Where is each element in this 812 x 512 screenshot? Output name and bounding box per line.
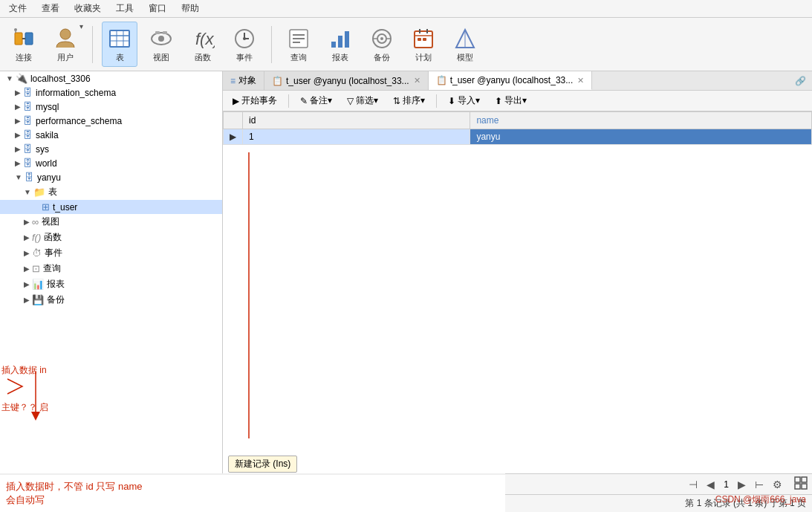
event-icon: [231, 25, 258, 52]
svg-point-14: [158, 36, 164, 42]
svg-rect-39: [423, 38, 426, 41]
functions-icon: f(): [32, 232, 41, 243]
connect-icon: [10, 25, 37, 52]
menu-help[interactable]: 帮助: [178, 1, 202, 16]
db-icon-7: 🗄: [25, 172, 34, 183]
cell-name[interactable]: yanyu: [470, 129, 812, 145]
svg-rect-44: [802, 477, 807, 482]
toolbar-divider-2: [271, 26, 272, 63]
sidebar-category-reports[interactable]: ▶ 📊 报表: [0, 276, 222, 292]
new-record-tooltip: 新建记录 (Ins): [228, 456, 297, 473]
col-name[interactable]: name: [470, 112, 812, 129]
menu-favorites[interactable]: 收藏夹: [71, 1, 104, 16]
connect-label: 连接: [16, 52, 32, 63]
menu-tools[interactable]: 工具: [113, 1, 137, 16]
table-label: 表: [116, 52, 124, 63]
sidebar-category-events[interactable]: ▶ ⏱ 事件: [0, 245, 222, 261]
sidebar-db-performance_schema[interactable]: ▶ 🗄 performance_schema: [0, 114, 222, 128]
cell-id[interactable]: 1: [243, 129, 470, 145]
sidebar-db-sakila[interactable]: ▶ 🗄 sakila: [0, 128, 222, 142]
menubar: 文件 查看 收藏夹 工具 窗口 帮助: [0, 0, 812, 18]
menu-view[interactable]: 查看: [39, 1, 62, 16]
toolbar2-div-2: [436, 94, 437, 108]
svg-point-7: [60, 29, 71, 39]
tab1-icon: 📋: [272, 76, 283, 86]
backup-label: 备份: [374, 52, 390, 63]
svg-rect-3: [25, 33, 33, 45]
toolbar-user[interactable]: 用户: [48, 22, 83, 66]
import-btn[interactable]: ⬇ 导入▾: [443, 92, 485, 109]
sidebar-category-tables[interactable]: ▼ 📁 表: [0, 184, 222, 200]
main-container: ▼ 🔌 localhost_3306 ▶ 🗄 information_schem…: [0, 71, 812, 512]
begin-transaction-btn[interactable]: ▶ 开始事务: [227, 92, 282, 109]
table-row[interactable]: ▶ 1 yanyu: [224, 129, 812, 145]
model-icon: [452, 25, 478, 52]
tab-link-icon[interactable]: 🔗: [795, 76, 806, 86]
col-id[interactable]: id: [243, 112, 470, 129]
toolbar-view[interactable]: 视图: [143, 22, 179, 66]
sidebar-category-views[interactable]: ▶ ∞ 视图: [0, 214, 222, 230]
toolbar-model[interactable]: 模型: [447, 22, 483, 66]
sidebar-db-world[interactable]: ▶ 🗄 world: [0, 156, 222, 170]
db-icon-4: 🗄: [23, 129, 33, 140]
transaction-icon: ▶: [233, 96, 239, 106]
sidebar-table-t_user[interactable]: ⊞ t_user: [0, 200, 222, 214]
toolbar-connect[interactable]: 连接: [6, 22, 42, 66]
nav-next-btn[interactable]: ▶: [735, 478, 749, 491]
toolbar-divider-1: [92, 26, 93, 63]
sidebar-db-mysql[interactable]: ▶ 🗄 mysql: [0, 100, 222, 114]
tab-t_user-1[interactable]: 📋 t_user @yanyu (localhost_33... ✕: [264, 71, 429, 90]
nav-last-btn[interactable]: ⊢: [752, 478, 767, 491]
svg-point-31: [380, 37, 383, 40]
comment-btn[interactable]: ✎ 备注▾: [295, 92, 337, 109]
sidebar-category-functions[interactable]: ▶ f() 函数: [0, 230, 222, 245]
tab2-close-icon[interactable]: ✕: [577, 76, 584, 85]
menu-window[interactable]: 窗口: [146, 1, 169, 16]
toolbar-query[interactable]: 查询: [281, 22, 316, 66]
data-table-container: id name ▶ 1 yanyu: [223, 111, 812, 473]
toolbar-backup[interactable]: 备份: [364, 22, 400, 66]
sidebar-db-sys[interactable]: ▶ 🗄 sys: [0, 142, 222, 156]
nav-settings-btn[interactable]: ⚙: [770, 478, 785, 491]
tab-t_user-2[interactable]: 📋 t_user @yanyu (localhost_33... ✕: [429, 71, 593, 90]
object-tab-icon: ≡: [230, 76, 236, 86]
queries-icon: ⊡: [32, 263, 40, 274]
schedule-label: 计划: [415, 52, 432, 63]
query-label: 查询: [290, 52, 307, 63]
svg-rect-45: [795, 484, 800, 489]
toolbar-schedule[interactable]: 计划: [406, 22, 441, 66]
tab1-close-icon[interactable]: ✕: [414, 76, 420, 85]
tab-object[interactable]: ≡ 对象: [223, 71, 264, 90]
filter-btn[interactable]: ▽ 筛选▾: [342, 92, 383, 109]
main-toolbar: 连接 用户 ▾ 表: [0, 18, 812, 71]
svg-rect-28: [345, 31, 349, 48]
annotation-area: 插入数据时，不管 id 只写 name 会自动写: [0, 473, 505, 512]
view-icon: [148, 25, 175, 52]
nav-first-btn[interactable]: ⊣: [686, 478, 701, 491]
nav-prev-btn[interactable]: ◀: [704, 478, 718, 491]
schedule-icon: [410, 25, 437, 52]
sidebar-category-queries[interactable]: ▶ ⊡ 查询: [0, 261, 222, 276]
menu-file[interactable]: 文件: [6, 1, 30, 16]
toolbar-report[interactable]: 报表: [322, 22, 358, 66]
sidebar-connection[interactable]: ▼ 🔌 localhost_3306: [0, 71, 222, 85]
export-btn[interactable]: ⬆ 导出▾: [490, 92, 532, 109]
left-annotation-2: 主键？？ 启: [1, 401, 48, 414]
svg-point-21: [243, 37, 246, 40]
svg-text:f(x): f(x): [195, 30, 215, 48]
toolbar-table[interactable]: 表: [102, 22, 137, 67]
sidebar-db-information_schema[interactable]: ▶ 🗄 information_schema: [0, 85, 222, 100]
db-icon: 🗄: [23, 87, 33, 98]
user-label: 用户: [57, 52, 74, 63]
sidebar-db-yanyu[interactable]: ▼ 🗄 yanyu: [0, 170, 222, 184]
secondary-toolbar: ▶ 开始事务 ✎ 备注▾ ▽ 筛选▾ ⇅ 排序▾ ⬇ 导入▾ ⬆: [223, 91, 812, 111]
svg-rect-38: [418, 38, 421, 41]
grid-view-icon[interactable]: [794, 476, 808, 490]
sort-btn[interactable]: ⇅ 排序▾: [388, 92, 430, 109]
toolbar-function[interactable]: f(x) 函数: [185, 22, 221, 66]
toolbar-event[interactable]: 事件: [227, 22, 262, 66]
report-icon: [327, 25, 354, 52]
sidebar-category-backup[interactable]: ▶ 💾 备份: [0, 292, 222, 308]
db-icon-5: 🗄: [23, 143, 33, 155]
function-icon: f(x): [189, 25, 216, 52]
